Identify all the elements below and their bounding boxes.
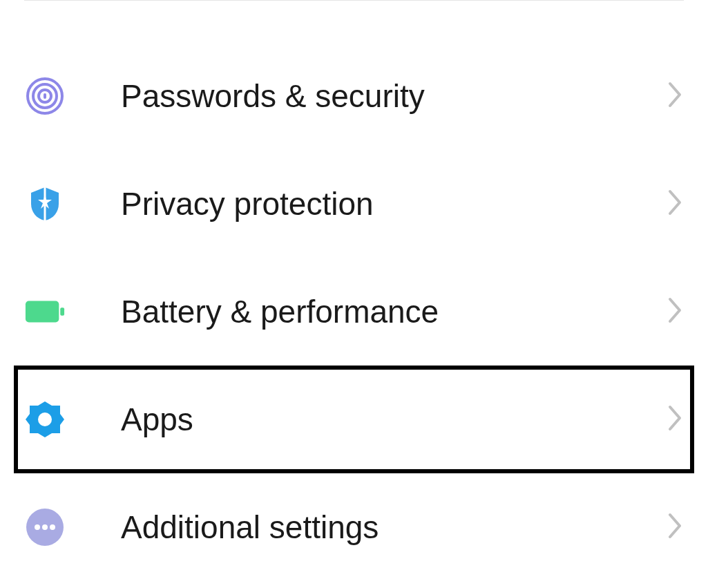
svg-point-7 bbox=[38, 412, 52, 426]
chevron-right-icon bbox=[667, 512, 684, 542]
settings-item-label: Additional settings bbox=[121, 509, 667, 546]
settings-item-apps[interactable]: Apps bbox=[14, 366, 694, 473]
svg-rect-5 bbox=[26, 301, 59, 323]
svg-point-10 bbox=[42, 524, 48, 530]
settings-item-passwords-security[interactable]: Passwords & security bbox=[14, 42, 694, 150]
settings-item-label: Apps bbox=[121, 401, 667, 438]
more-icon bbox=[24, 506, 66, 548]
section-divider bbox=[24, 0, 684, 1]
settings-item-label: Privacy protection bbox=[121, 185, 667, 222]
chevron-right-icon bbox=[667, 189, 684, 219]
svg-rect-6 bbox=[60, 307, 64, 316]
settings-item-privacy-protection[interactable]: Privacy protection bbox=[14, 150, 694, 258]
gear-icon bbox=[24, 399, 66, 440]
chevron-right-icon bbox=[667, 81, 684, 111]
settings-item-battery-performance[interactable]: Battery & performance bbox=[14, 258, 694, 366]
settings-item-label: Battery & performance bbox=[121, 293, 667, 330]
battery-icon bbox=[24, 291, 66, 332]
chevron-right-icon bbox=[667, 404, 684, 435]
settings-item-label: Passwords & security bbox=[121, 77, 667, 115]
settings-item-additional-settings[interactable]: Additional settings bbox=[14, 473, 694, 581]
svg-rect-3 bbox=[44, 93, 46, 99]
shield-icon bbox=[24, 183, 66, 225]
svg-point-9 bbox=[35, 524, 40, 530]
fingerprint-icon bbox=[24, 75, 66, 117]
svg-point-11 bbox=[50, 524, 55, 530]
chevron-right-icon bbox=[667, 296, 684, 327]
settings-list: Passwords & security Privacy protection bbox=[0, 42, 708, 581]
